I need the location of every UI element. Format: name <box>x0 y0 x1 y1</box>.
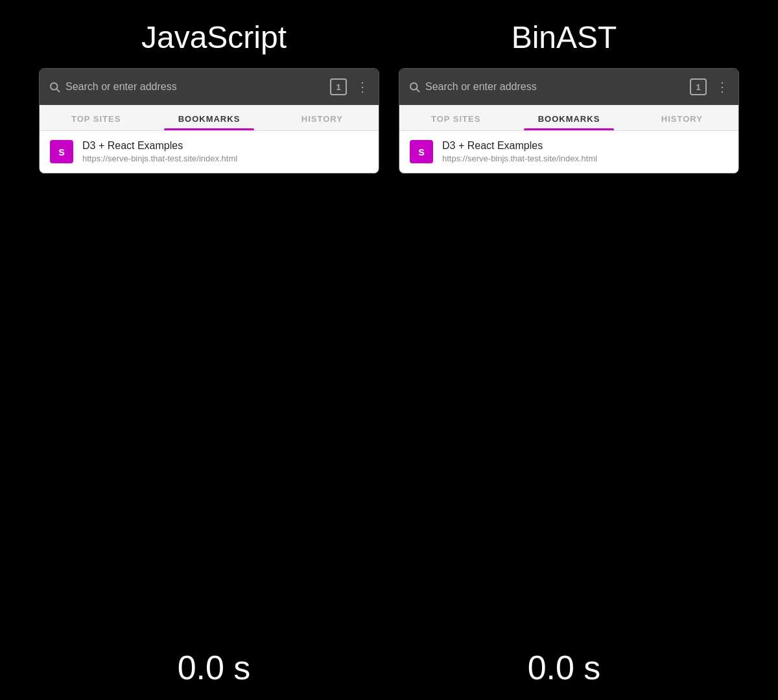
svg-line-3 <box>416 89 419 91</box>
right-content-area: s D3 + React Examples https://serve-binj… <box>399 131 738 173</box>
left-tab-bookmarks[interactable]: BOOKMARKS <box>152 105 265 130</box>
left-address-bar: Search or enter address 1 ⋮ <box>40 69 379 105</box>
right-menu-button[interactable]: ⋮ <box>716 79 729 95</box>
left-tabs-bar: TOP SITES BOOKMARKS HISTORY <box>40 105 379 131</box>
left-bookmark-item[interactable]: s D3 + React Examples https://serve-binj… <box>40 131 379 173</box>
right-time-label: 0.0 s <box>389 648 739 687</box>
left-bookmark-title: D3 + React Examples <box>82 140 237 152</box>
left-menu-button[interactable]: ⋮ <box>356 79 370 95</box>
left-tab-top-sites[interactable]: TOP SITES <box>40 105 152 130</box>
right-search-icon <box>408 81 420 93</box>
right-tabs-bar: TOP SITES BOOKMARKS HISTORY <box>399 105 738 131</box>
right-address-text[interactable]: Search or enter address <box>425 81 685 93</box>
left-phone-panel: Search or enter address 1 ⋮ TOP SITES BO… <box>39 68 379 174</box>
left-panel-title: JavaScript <box>39 19 389 55</box>
svg-line-1 <box>56 89 59 91</box>
left-search-icon <box>49 81 60 93</box>
right-bookmark-text: D3 + React Examples https://serve-binjs.… <box>442 140 597 163</box>
left-tab-history[interactable]: HISTORY <box>266 105 379 130</box>
right-address-bar: Search or enter address 1 ⋮ <box>399 69 738 105</box>
right-panel-title: BinAST <box>389 19 739 55</box>
left-bookmark-text: D3 + React Examples https://serve-binjs.… <box>82 140 237 163</box>
left-tab-count-button[interactable]: 1 <box>330 78 347 95</box>
right-bookmark-url: https://serve-binjs.that-test.site/index… <box>442 154 597 163</box>
right-tab-bookmarks[interactable]: BOOKMARKS <box>512 105 625 130</box>
right-bookmark-title: D3 + React Examples <box>442 140 597 152</box>
right-bookmark-item[interactable]: s D3 + React Examples https://serve-binj… <box>399 131 738 173</box>
right-phone-panel: Search or enter address 1 ⋮ TOP SITES BO… <box>399 68 739 174</box>
left-address-text[interactable]: Search or enter address <box>65 81 325 93</box>
right-tab-top-sites[interactable]: TOP SITES <box>399 105 512 130</box>
left-content-area: s D3 + React Examples https://serve-binj… <box>40 131 379 173</box>
left-bookmark-icon: s <box>50 140 73 163</box>
right-tab-history[interactable]: HISTORY <box>626 105 738 130</box>
right-bookmark-icon: s <box>410 140 433 163</box>
left-bookmark-url: https://serve-binjs.that-test.site/index… <box>82 154 237 163</box>
left-time-label: 0.0 s <box>39 648 389 687</box>
right-tab-count-button[interactable]: 1 <box>690 78 707 95</box>
